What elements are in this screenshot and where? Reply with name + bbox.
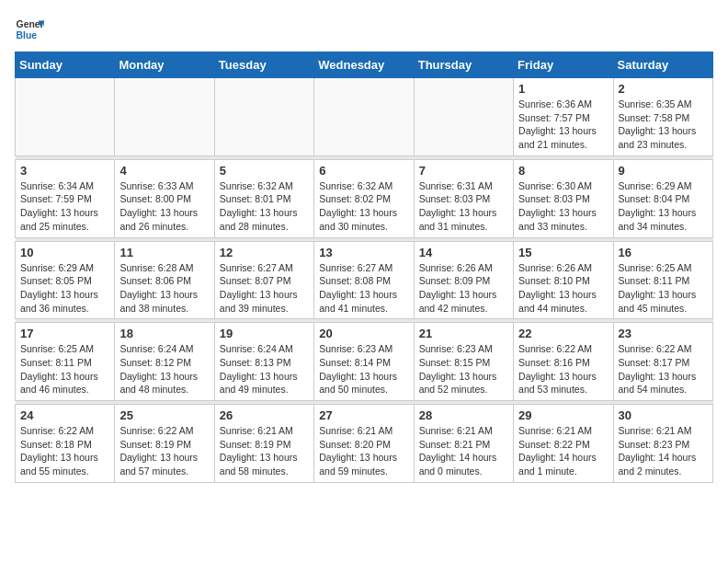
day-cell: 27Sunrise: 6:21 AM Sunset: 8:20 PM Dayli… — [314, 405, 414, 483]
day-cell: 15Sunrise: 6:26 AM Sunset: 8:10 PM Dayli… — [514, 241, 613, 319]
day-number: 1 — [518, 82, 608, 96]
day-number: 26 — [220, 408, 309, 422]
day-info: Sunrise: 6:22 AM Sunset: 8:16 PM Dayligh… — [518, 342, 608, 396]
day-number: 17 — [20, 327, 109, 340]
day-info: Sunrise: 6:23 AM Sunset: 8:15 PM Dayligh… — [419, 342, 508, 396]
week-row: 1Sunrise: 6:36 AM Sunset: 7:57 PM Daylig… — [16, 78, 713, 156]
day-cell: 3Sunrise: 6:34 AM Sunset: 7:59 PM Daylig… — [16, 159, 115, 237]
day-info: Sunrise: 6:32 AM Sunset: 8:01 PM Dayligh… — [220, 179, 309, 234]
week-row: 10Sunrise: 6:29 AM Sunset: 8:05 PM Dayli… — [16, 241, 713, 319]
day-info: Sunrise: 6:24 AM Sunset: 8:13 PM Dayligh… — [220, 342, 309, 396]
day-number: 21 — [419, 327, 508, 340]
logo-icon: General Blue — [15, 15, 44, 44]
day-cell — [115, 78, 214, 156]
day-number: 11 — [119, 246, 209, 259]
day-cell: 17Sunrise: 6:25 AM Sunset: 8:11 PM Dayli… — [16, 323, 115, 401]
day-cell: 13Sunrise: 6:27 AM Sunset: 8:08 PM Dayli… — [314, 241, 414, 319]
calendar-table: SundayMondayTuesdayWednesdayThursdayFrid… — [15, 52, 713, 483]
day-info: Sunrise: 6:29 AM Sunset: 8:05 PM Dayligh… — [20, 261, 109, 316]
day-number: 16 — [619, 246, 708, 259]
weekday-header-cell: Thursday — [414, 52, 513, 78]
week-row: 24Sunrise: 6:22 AM Sunset: 8:18 PM Dayli… — [16, 405, 713, 483]
day-cell: 18Sunrise: 6:24 AM Sunset: 8:12 PM Dayli… — [115, 323, 214, 401]
weekday-header-cell: Friday — [514, 52, 613, 78]
day-info: Sunrise: 6:35 AM Sunset: 7:58 PM Dayligh… — [619, 98, 708, 152]
day-cell: 5Sunrise: 6:32 AM Sunset: 8:01 PM Daylig… — [214, 159, 313, 237]
day-number: 10 — [20, 246, 109, 259]
weekday-header-cell: Saturday — [613, 52, 712, 78]
day-cell: 29Sunrise: 6:21 AM Sunset: 8:22 PM Dayli… — [514, 405, 613, 483]
day-number: 24 — [20, 408, 109, 422]
day-number: 15 — [518, 246, 608, 259]
day-number: 30 — [619, 408, 708, 422]
day-info: Sunrise: 6:27 AM Sunset: 8:08 PM Dayligh… — [319, 261, 408, 316]
day-number: 7 — [419, 164, 508, 178]
day-info: Sunrise: 6:22 AM Sunset: 8:19 PM Dayligh… — [119, 424, 209, 478]
weekday-header-cell: Monday — [115, 52, 214, 78]
day-number: 6 — [319, 164, 408, 178]
day-cell: 1Sunrise: 6:36 AM Sunset: 7:57 PM Daylig… — [514, 78, 613, 156]
day-info: Sunrise: 6:25 AM Sunset: 8:11 PM Dayligh… — [20, 342, 109, 396]
week-row: 3Sunrise: 6:34 AM Sunset: 7:59 PM Daylig… — [16, 159, 713, 237]
day-number: 18 — [119, 327, 209, 340]
weekday-header-cell: Tuesday — [214, 52, 313, 78]
day-number: 13 — [319, 246, 408, 259]
day-number: 28 — [419, 408, 508, 422]
day-cell: 7Sunrise: 6:31 AM Sunset: 8:03 PM Daylig… — [414, 159, 513, 237]
day-number: 8 — [518, 164, 608, 178]
day-number: 14 — [419, 246, 508, 259]
day-info: Sunrise: 6:21 AM Sunset: 8:19 PM Dayligh… — [220, 424, 309, 478]
day-info: Sunrise: 6:22 AM Sunset: 8:17 PM Dayligh… — [619, 342, 708, 396]
day-number: 9 — [619, 164, 708, 178]
day-cell: 8Sunrise: 6:30 AM Sunset: 8:03 PM Daylig… — [514, 159, 613, 237]
day-number: 5 — [220, 164, 309, 178]
day-number: 3 — [20, 164, 109, 178]
day-cell: 26Sunrise: 6:21 AM Sunset: 8:19 PM Dayli… — [214, 405, 313, 483]
day-info: Sunrise: 6:28 AM Sunset: 8:06 PM Dayligh… — [119, 261, 209, 316]
day-info: Sunrise: 6:32 AM Sunset: 8:02 PM Dayligh… — [319, 179, 408, 234]
weekday-header-cell: Sunday — [16, 52, 115, 78]
day-number: 19 — [220, 327, 309, 340]
day-info: Sunrise: 6:24 AM Sunset: 8:12 PM Dayligh… — [119, 342, 209, 396]
page-header: General Blue — [15, 15, 713, 44]
day-cell: 19Sunrise: 6:24 AM Sunset: 8:13 PM Dayli… — [214, 323, 313, 401]
day-cell: 10Sunrise: 6:29 AM Sunset: 8:05 PM Dayli… — [16, 241, 115, 319]
day-info: Sunrise: 6:27 AM Sunset: 8:07 PM Dayligh… — [220, 261, 309, 316]
day-number: 4 — [119, 164, 209, 178]
day-cell: 25Sunrise: 6:22 AM Sunset: 8:19 PM Dayli… — [115, 405, 214, 483]
day-info: Sunrise: 6:33 AM Sunset: 8:00 PM Dayligh… — [119, 179, 209, 234]
day-info: Sunrise: 6:25 AM Sunset: 8:11 PM Dayligh… — [619, 261, 708, 316]
day-number: 12 — [220, 246, 309, 259]
day-info: Sunrise: 6:36 AM Sunset: 7:57 PM Dayligh… — [518, 98, 608, 152]
day-info: Sunrise: 6:23 AM Sunset: 8:14 PM Dayligh… — [319, 342, 408, 396]
svg-text:Blue: Blue — [17, 30, 38, 40]
day-cell — [314, 78, 414, 156]
day-cell: 6Sunrise: 6:32 AM Sunset: 8:02 PM Daylig… — [314, 159, 414, 237]
day-cell: 4Sunrise: 6:33 AM Sunset: 8:00 PM Daylig… — [115, 159, 214, 237]
day-number: 2 — [619, 82, 708, 96]
day-cell: 22Sunrise: 6:22 AM Sunset: 8:16 PM Dayli… — [514, 323, 613, 401]
day-cell: 9Sunrise: 6:29 AM Sunset: 8:04 PM Daylig… — [613, 159, 712, 237]
day-cell: 21Sunrise: 6:23 AM Sunset: 8:15 PM Dayli… — [414, 323, 513, 401]
day-cell: 16Sunrise: 6:25 AM Sunset: 8:11 PM Dayli… — [613, 241, 712, 319]
day-info: Sunrise: 6:21 AM Sunset: 8:20 PM Dayligh… — [319, 424, 408, 478]
day-info: Sunrise: 6:30 AM Sunset: 8:03 PM Dayligh… — [518, 179, 608, 234]
day-cell — [16, 78, 115, 156]
day-info: Sunrise: 6:26 AM Sunset: 8:10 PM Dayligh… — [518, 261, 608, 316]
day-cell: 12Sunrise: 6:27 AM Sunset: 8:07 PM Dayli… — [214, 241, 313, 319]
day-info: Sunrise: 6:21 AM Sunset: 8:23 PM Dayligh… — [619, 424, 708, 478]
day-info: Sunrise: 6:22 AM Sunset: 8:18 PM Dayligh… — [20, 424, 109, 478]
week-row: 17Sunrise: 6:25 AM Sunset: 8:11 PM Dayli… — [16, 323, 713, 401]
weekday-header-cell: Wednesday — [314, 52, 414, 78]
day-number: 27 — [319, 408, 408, 422]
day-cell: 14Sunrise: 6:26 AM Sunset: 8:09 PM Dayli… — [414, 241, 513, 319]
day-cell: 28Sunrise: 6:21 AM Sunset: 8:21 PM Dayli… — [414, 405, 513, 483]
day-info: Sunrise: 6:31 AM Sunset: 8:03 PM Dayligh… — [419, 179, 508, 234]
day-info: Sunrise: 6:26 AM Sunset: 8:09 PM Dayligh… — [419, 261, 508, 316]
day-cell — [414, 78, 513, 156]
day-info: Sunrise: 6:21 AM Sunset: 8:21 PM Dayligh… — [419, 424, 508, 478]
day-info: Sunrise: 6:29 AM Sunset: 8:04 PM Dayligh… — [619, 179, 708, 234]
day-number: 29 — [518, 408, 608, 422]
day-cell: 11Sunrise: 6:28 AM Sunset: 8:06 PM Dayli… — [115, 241, 214, 319]
day-cell: 20Sunrise: 6:23 AM Sunset: 8:14 PM Dayli… — [314, 323, 414, 401]
